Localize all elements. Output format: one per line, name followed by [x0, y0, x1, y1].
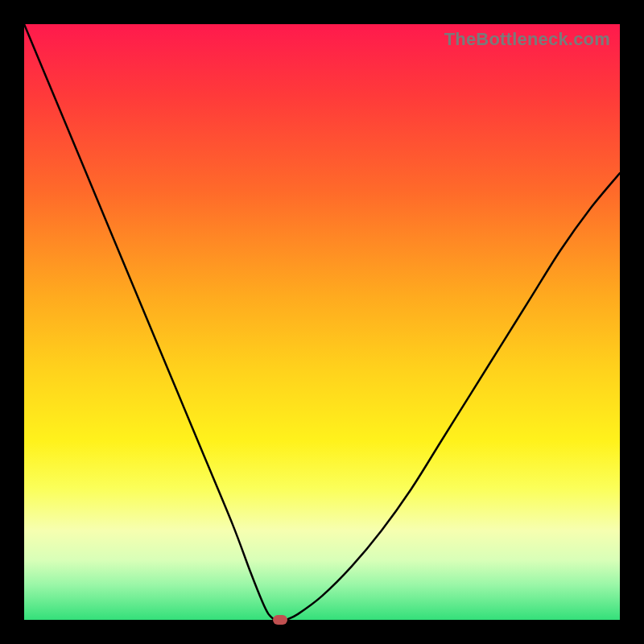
plot-area: TheBottleneck.com — [24, 24, 620, 620]
chart-frame: TheBottleneck.com — [0, 0, 644, 644]
bottleneck-curve — [24, 24, 620, 620]
optimal-point-marker — [273, 615, 287, 625]
